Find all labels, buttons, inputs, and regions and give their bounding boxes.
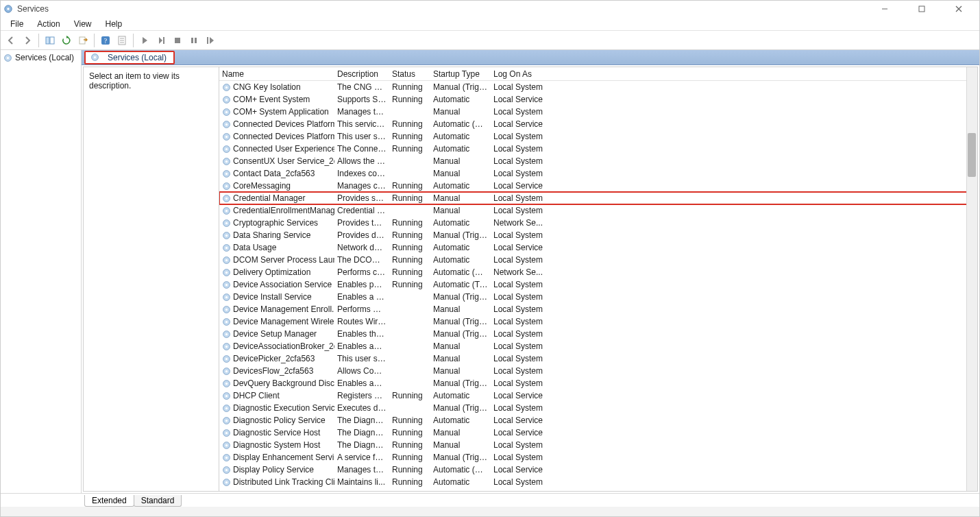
service-row[interactable]: Device Management Enroll...Performs De..… <box>219 303 977 315</box>
service-row[interactable]: DevQuery Background Disc...Enables app..… <box>219 377 977 389</box>
close-button[interactable] <box>946 2 971 16</box>
refresh-button[interactable] <box>59 33 74 48</box>
service-row[interactable]: Cryptographic ServicesProvides thr...Run… <box>219 217 977 229</box>
description-panel: Select an item to view its description. <box>84 67 219 491</box>
back-button[interactable] <box>3 33 19 48</box>
service-row[interactable]: Connected User Experiences ...The Connec… <box>219 143 977 155</box>
service-logon: Local System <box>491 440 552 450</box>
service-row[interactable]: Delivery OptimizationPerforms co...Runni… <box>219 266 977 278</box>
service-logon: Local System <box>491 82 552 92</box>
service-logon: Local System <box>491 107 552 117</box>
service-row[interactable]: CredentialEnrollmentManag...Credential E… <box>219 204 977 217</box>
content-tab-label: Services (Local) <box>105 52 169 63</box>
svg-point-53 <box>225 258 228 261</box>
service-row[interactable]: Device Management Wireles...Routes Wirel… <box>219 315 977 328</box>
service-startup: Automatic <box>430 144 491 154</box>
service-row[interactable]: COM+ Event SystemSupports Sy...RunningAu… <box>219 93 977 106</box>
vertical-scrollbar[interactable] <box>966 67 977 491</box>
service-status: Running <box>389 95 430 104</box>
service-startup: Manual <box>430 354 491 363</box>
service-row[interactable]: Diagnostic Execution ServiceExecutes dia… <box>219 402 977 414</box>
service-row[interactable]: Connected Devices Platform ...This user … <box>219 130 977 143</box>
list-rows[interactable]: CNG Key IsolationThe CNG ke...RunningMan… <box>219 81 977 491</box>
service-startup: Automatic (De... <box>430 119 491 129</box>
svg-point-25 <box>225 86 228 88</box>
service-row[interactable]: Device Association ServiceEnables pairi.… <box>219 278 977 291</box>
service-row[interactable]: DevicePicker_2cfa563This user ser...Manu… <box>219 352 977 365</box>
show-hide-tree-button[interactable] <box>42 33 58 48</box>
service-row[interactable]: Diagnostic Service HostThe Diagnos...Run… <box>219 426 977 439</box>
service-row[interactable]: Display Enhancement ServiceA service for… <box>219 451 977 464</box>
service-name: Diagnostic Service Host <box>233 428 320 437</box>
menu-file[interactable]: File <box>5 18 29 30</box>
service-row[interactable]: Contact Data_2cfa563Indexes cont...Manua… <box>219 167 977 180</box>
content-tab-services-local[interactable]: Services (Local) <box>84 51 175 64</box>
service-row[interactable]: Display Policy ServiceManages th...Runni… <box>219 464 977 476</box>
service-logon: Local System <box>491 206 552 215</box>
service-row[interactable]: CNG Key IsolationThe CNG ke...RunningMan… <box>219 81 977 93</box>
properties-button[interactable] <box>114 33 130 48</box>
column-header-name[interactable]: Name <box>219 68 334 80</box>
svg-point-49 <box>225 234 228 236</box>
service-logon: Local System <box>491 144 552 154</box>
column-header-description[interactable]: Description <box>334 68 389 80</box>
menu-action[interactable]: Action <box>32 18 65 30</box>
column-header-startup[interactable]: Startup Type <box>430 68 491 80</box>
svg-point-1 <box>7 8 10 10</box>
help-button[interactable]: ? <box>98 33 113 48</box>
column-header-status[interactable]: Status <box>389 68 430 80</box>
main-area: Services (Local) Services (Local) Select… <box>1 50 979 493</box>
service-status: Running <box>389 230 430 240</box>
svg-point-47 <box>225 221 228 224</box>
service-row[interactable]: Diagnostic Policy ServiceThe Diagnos...R… <box>219 414 977 426</box>
maximize-button[interactable] <box>909 2 934 16</box>
content-header: Services (Local) <box>82 50 979 65</box>
tree-root-services-local[interactable]: Services (Local) <box>1 51 81 64</box>
svg-point-33 <box>225 135 228 137</box>
service-row[interactable]: Device Setup ManagerEnables the ...Manua… <box>219 328 977 340</box>
service-row[interactable]: Distributed Transaction Coor...Coordinat… <box>219 488 977 491</box>
gear-icon <box>222 342 231 351</box>
service-description: Enables app... <box>334 341 389 351</box>
service-description: Supports Sy... <box>334 95 389 104</box>
footer-tab-standard[interactable]: Standard <box>134 495 182 507</box>
svg-point-57 <box>225 283 228 285</box>
service-name: CoreMessaging <box>233 181 291 191</box>
forward-button[interactable] <box>20 33 35 48</box>
svg-point-61 <box>225 308 228 310</box>
gear-icon <box>222 490 231 492</box>
service-description: Network dat... <box>334 243 389 252</box>
footer-tab-extended[interactable]: Extended <box>84 495 134 507</box>
svg-rect-16 <box>175 38 180 43</box>
stop-service-button[interactable] <box>170 33 185 48</box>
svg-rect-19 <box>207 37 208 44</box>
service-description: Maintains li... <box>334 477 389 487</box>
pause-service-button[interactable] <box>186 33 201 48</box>
service-row[interactable]: DevicesFlow_2cfa563Allows Conn...ManualL… <box>219 365 977 377</box>
service-row[interactable]: COM+ System ApplicationManages th...Manu… <box>219 106 977 118</box>
menu-view[interactable]: View <box>69 18 97 30</box>
services-app-icon <box>3 4 13 14</box>
service-row[interactable]: DHCP ClientRegisters an...RunningAutomat… <box>219 389 977 402</box>
service-row[interactable]: Credential ManagerProvides sec...Running… <box>219 192 977 204</box>
service-row[interactable]: Data UsageNetwork dat...RunningAutomatic… <box>219 241 977 254</box>
start-service-button[interactable] <box>137 33 152 48</box>
service-row[interactable]: DeviceAssociationBroker_2cf...Enables ap… <box>219 340 977 352</box>
service-row[interactable]: ConsentUX User Service_2cf...Allows the … <box>219 155 977 167</box>
service-startup: Manual (Trigg... <box>430 317 491 326</box>
menu-help[interactable]: Help <box>100 18 128 30</box>
service-row[interactable]: Connected Devices Platform ...This servi… <box>219 118 977 130</box>
service-row[interactable]: Distributed Link Tracking Cli...Maintain… <box>219 476 977 488</box>
export-list-button[interactable] <box>75 33 90 48</box>
service-row[interactable]: CoreMessagingManages co...RunningAutomat… <box>219 180 977 192</box>
minimize-button[interactable] <box>872 2 897 16</box>
service-row[interactable]: Data Sharing ServiceProvides dat...Runni… <box>219 229 977 241</box>
stop-after-button[interactable] <box>154 33 169 48</box>
service-startup: Automatic <box>430 416 491 425</box>
service-row[interactable]: DCOM Server Process Launc...The DCOML...… <box>219 254 977 266</box>
scrollbar-thumb[interactable] <box>968 133 976 177</box>
restart-service-button[interactable] <box>203 33 218 48</box>
service-row[interactable]: Device Install ServiceEnables a co...Man… <box>219 291 977 303</box>
column-header-logon[interactable]: Log On As <box>491 68 552 80</box>
service-row[interactable]: Diagnostic System HostThe Diagnos...Runn… <box>219 439 977 451</box>
